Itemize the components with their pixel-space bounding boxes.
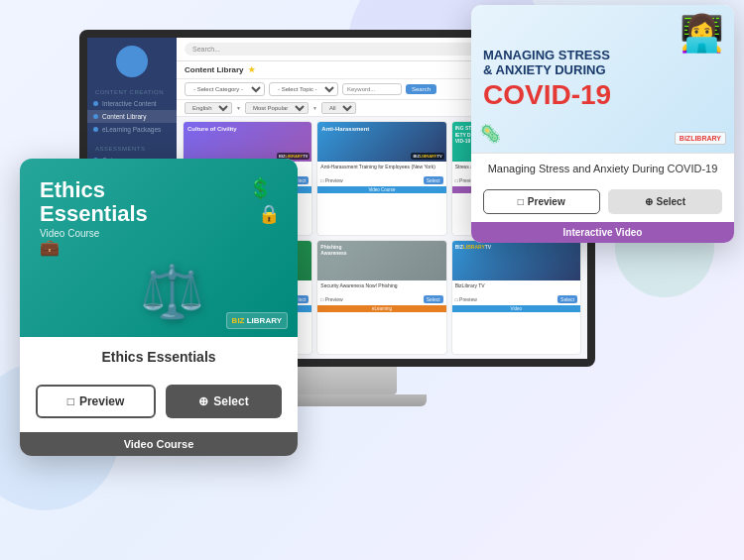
monitor-icon: □ — [67, 394, 74, 408]
covid-thumbnail: MANAGING STRESS & ANXIETY DURING COVID-1… — [471, 5, 734, 154]
ethics-card-title: Ethics Essentials — [20, 337, 298, 377]
lock-icon: 🔒 — [258, 203, 280, 225]
card-select-btn-5[interactable]: Select — [424, 295, 443, 303]
sort-arrow2: ▼ — [312, 105, 317, 111]
card-6: BIZLIBRARYTV BizLibrary TV □ Preview Sel… — [451, 240, 581, 355]
scales-icon: ⚖️ — [140, 262, 204, 322]
card-type-2: Video Course — [317, 186, 445, 193]
topic-select[interactable]: - Select Topic - — [269, 82, 338, 96]
ethics-select-button[interactable]: ⊕ Select — [166, 385, 282, 418]
category-select[interactable]: - Select Category - — [185, 82, 265, 96]
search-placeholder: Search... — [192, 46, 220, 53]
sort-arrow: ▼ — [236, 105, 241, 111]
library-covid-text: LIBRARY — [690, 135, 721, 142]
card-select-btn-2[interactable]: Select — [424, 176, 443, 184]
covid-select-button[interactable]: ⊕ Select — [608, 189, 723, 214]
ethics-preview-button[interactable]: □ Preview — [36, 385, 156, 418]
dollar-icon: 💲 — [248, 176, 273, 200]
sort-select[interactable]: Most Popular — [245, 102, 309, 114]
card-thumb-label-1: Culture of Civility — [184, 122, 311, 138]
biz-logo-covid: BIZLIBRARY — [675, 132, 726, 145]
sidebar-item-content-library[interactable]: Content Library — [87, 110, 177, 123]
card-5: PhishingAwareness Security Awareness Now… — [316, 240, 446, 355]
language-select[interactable]: English — [185, 102, 232, 114]
dot-icon — [93, 114, 98, 119]
card-title-2: Anti-Harassment Training for Employees (… — [320, 164, 442, 170]
plus-icon: ⊕ — [198, 394, 208, 408]
covid-text: MANAGING STRESS & ANXIETY DURING COVID-1… — [483, 49, 722, 110]
sidebar-section-assessments: ASSESSMENTS — [87, 142, 177, 154]
card-body-6: BizLibrary TV — [452, 280, 580, 293]
card-thumbnail-5: PhishingAwareness — [317, 241, 445, 280]
sidebar-label-elearning: eLearning Packages — [102, 126, 161, 133]
covid-line2: & ANXIETY DURING — [483, 62, 606, 77]
covid-course-type-bar: Interactive Video — [471, 222, 734, 243]
covid-19: 19 — [580, 79, 611, 110]
card-body-5: Security Awareness Now! Phishing — [317, 280, 445, 293]
card-type-5: eLearning — [317, 305, 445, 312]
sidebar-label-content-library: Content Library — [102, 113, 146, 120]
card-title-6: BizLibrary TV — [455, 282, 577, 289]
card-preview-6[interactable]: □ Preview — [455, 296, 477, 302]
keyword-input[interactable] — [342, 83, 402, 95]
preview-label: Preview — [79, 394, 124, 408]
library-text: LIBRARY — [247, 316, 282, 325]
ethics-thumbnail: EthicsEssentials Video Course ⚖️ 💲 🔒 💼 B… — [20, 159, 298, 337]
covid-card-title: Managing Stress and Anxiety During COVID… — [471, 154, 734, 183]
virus-illustration: 🦠 — [479, 123, 501, 145]
biz-text: BIZ — [232, 316, 245, 325]
card-thumb-label-5: PhishingAwareness — [317, 241, 445, 259]
sidebar-item-interactive-content[interactable]: Interactive Content — [87, 97, 177, 110]
biz-badge-2: BIZLIBRARYTV — [411, 153, 443, 160]
monitor-icon-sm: □ — [518, 196, 524, 207]
biz-covid-text: BIZ — [680, 135, 690, 142]
card-body-2: Anti-Harassment Training for Employees (… — [317, 162, 445, 174]
card-2: Anti-Harassment BIZLIBRARYTV Anti-Harass… — [316, 121, 446, 236]
scales-emoji: ⚖️ — [140, 262, 204, 322]
briefcase-icon: 💼 — [40, 238, 60, 257]
card-thumb-label-2: Anti-Harassment — [317, 122, 445, 136]
covid-dash: - — [571, 79, 580, 110]
star-icon: ★ — [248, 65, 255, 74]
ethics-heading: EthicsEssentials — [40, 178, 148, 226]
ethics-card-actions: □ Preview ⊕ Select — [20, 377, 298, 432]
dot-icon — [93, 127, 98, 132]
card-thumbnail-2: Anti-Harassment BIZLIBRARYTV — [317, 122, 445, 162]
card-actions-5: □ Preview Select — [317, 293, 445, 305]
card-thumbnail-6: BIZLIBRARYTV — [452, 241, 580, 280]
sidebar-section-content-creation: CONTENT CREATION — [87, 85, 177, 97]
ethics-course-type-bar: Video Course — [20, 432, 298, 456]
search-button[interactable]: Search — [406, 84, 436, 94]
sidebar-label-interactive-content: Interactive Content — [102, 100, 157, 107]
card-thumbnail-1: Culture of Civility BIZLIBRARYTV — [184, 122, 311, 162]
covid-preview-button[interactable]: □ Preview — [483, 189, 600, 214]
covid-number: COVID-19 — [483, 81, 722, 109]
sidebar-item-elearning[interactable]: eLearning Packages — [87, 123, 177, 136]
card-actions-2: □ Preview Select — [317, 174, 445, 186]
app-logo — [116, 46, 148, 77]
dot-icon — [93, 101, 98, 106]
covid-word: COVID — [483, 79, 571, 110]
person-illustration: 👩‍💻 — [680, 13, 724, 55]
covid-line1: MANAGING STRESS — [483, 48, 610, 62]
covid-select-label: Select — [657, 196, 685, 207]
covid-card: MANAGING STRESS & ANXIETY DURING COVID-1… — [471, 5, 734, 243]
covid-preview-label: Preview — [528, 196, 565, 207]
card-preview-5[interactable]: □ Preview — [320, 296, 342, 302]
ethics-card: EthicsEssentials Video Course ⚖️ 💲 🔒 💼 B… — [20, 159, 298, 456]
select-label: Select — [213, 394, 248, 408]
card-title-5: Security Awareness Now! Phishing — [320, 282, 442, 289]
biz-watermark: BIZ LIBRARY — [226, 312, 288, 329]
plus-icon-sm: ⊕ — [645, 196, 653, 207]
card-select-btn-6[interactable]: Select — [558, 295, 577, 303]
card-type-6: Video — [452, 305, 580, 312]
covid-card-actions: □ Preview ⊕ Select — [471, 183, 734, 222]
card-actions-6: □ Preview Select — [452, 293, 580, 305]
card-preview-2[interactable]: □ Preview — [320, 177, 342, 183]
ethics-title-overlay: EthicsEssentials Video Course — [40, 178, 148, 239]
content-library-title: Content Library — [185, 65, 244, 74]
all-select[interactable]: All — [321, 102, 356, 114]
